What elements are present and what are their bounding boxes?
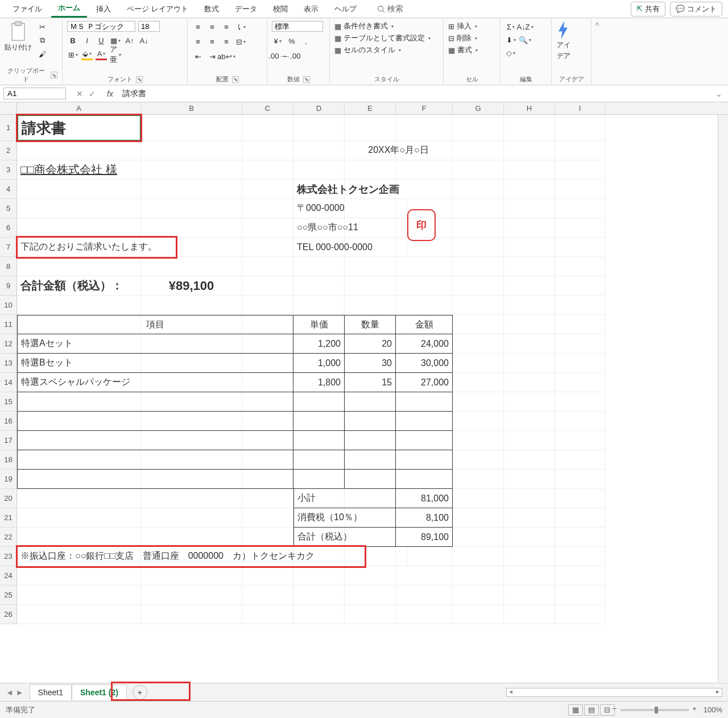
cell-C25[interactable]	[242, 586, 293, 605]
cell-I21[interactable]	[555, 508, 605, 528]
cell-F3[interactable]	[396, 160, 453, 180]
font-name-select[interactable]	[67, 21, 135, 32]
find-button[interactable]: 🔍	[519, 34, 531, 45]
item-price-15[interactable]	[293, 392, 345, 412]
cell-C22[interactable]	[242, 528, 293, 547]
formula-input[interactable]: 請求書	[118, 88, 710, 100]
cell-C2[interactable]	[242, 141, 293, 160]
increase-font-button[interactable]: A↑	[124, 35, 135, 46]
cell-G7[interactable]	[453, 238, 504, 257]
orientation[interactable]: ⤹	[235, 21, 246, 32]
format-painter-button[interactable]: 🖌	[36, 48, 48, 60]
cell-B25[interactable]	[141, 586, 242, 605]
clear-button[interactable]: ◇	[505, 47, 516, 59]
cell-C6[interactable]	[242, 218, 293, 238]
item-qty-15[interactable]	[345, 392, 396, 412]
align-right[interactable]: ≡	[221, 36, 232, 47]
item-qty-13[interactable]: 30	[345, 354, 396, 373]
cell-A2[interactable]	[17, 141, 141, 160]
item-price-19[interactable]	[293, 470, 345, 489]
cell-D8[interactable]	[293, 257, 345, 276]
fill-color-button[interactable]: ⬙	[81, 49, 93, 60]
cell-E26[interactable]	[345, 605, 396, 624]
cell-I14[interactable]	[555, 373, 605, 392]
cell-G10[interactable]	[453, 296, 504, 315]
cell-A22[interactable]	[17, 528, 141, 547]
cell-I6[interactable]	[555, 218, 605, 238]
item-amount-17[interactable]	[396, 431, 453, 450]
cell-H21[interactable]	[504, 508, 555, 528]
cell-C26[interactable]	[242, 605, 293, 624]
cell-G16[interactable]	[453, 412, 504, 431]
row-header-4[interactable]: 4	[0, 180, 16, 199]
merge-button[interactable]: ⊟	[235, 36, 246, 47]
cell-I25[interactable]	[555, 586, 605, 605]
cell-B10[interactable]	[141, 296, 242, 315]
cell-I17[interactable]	[555, 431, 605, 450]
cell-G19[interactable]	[453, 470, 504, 489]
col-header-G[interactable]: G	[453, 102, 504, 115]
cell-A25[interactable]	[17, 586, 141, 605]
cell-I13[interactable]	[555, 354, 605, 373]
increase-indent[interactable]: ⇥	[206, 51, 218, 62]
cell-H14[interactable]	[504, 373, 555, 392]
tab-file[interactable]: ファイル	[6, 1, 49, 17]
cell-H15[interactable]	[504, 392, 555, 412]
cell-G14[interactable]	[453, 373, 504, 392]
gtotal-label[interactable]: 合計（税込）	[293, 528, 396, 547]
item-price-16[interactable]	[293, 412, 345, 431]
cell-G23[interactable]	[453, 547, 504, 566]
cell-C8[interactable]	[242, 257, 293, 276]
invoice-title[interactable]: 請求書	[17, 115, 141, 141]
expand-formula-bar[interactable]: ⌄	[710, 89, 728, 98]
cell-H1[interactable]	[504, 115, 555, 141]
col-header-H[interactable]: H	[504, 102, 555, 115]
cell-H8[interactable]	[504, 257, 555, 276]
cell-A6[interactable]	[17, 218, 141, 238]
invoice-date[interactable]: 20XX年○月○日	[345, 141, 453, 160]
cell-F25[interactable]	[396, 586, 453, 605]
row-header-17[interactable]: 17	[0, 431, 16, 450]
cell-C9[interactable]	[242, 276, 293, 296]
search-box[interactable]: 検索	[377, 4, 403, 14]
align-left[interactable]: ≡	[192, 36, 204, 47]
cell-G4[interactable]	[453, 180, 504, 199]
cell-H12[interactable]	[504, 334, 555, 354]
cell-G25[interactable]	[453, 586, 504, 605]
company-name[interactable]: 株式会社トクセン企画	[293, 180, 453, 199]
cell-H2[interactable]	[504, 141, 555, 160]
company-postal[interactable]: 〒000-0000	[293, 199, 407, 218]
item-qty-18[interactable]	[345, 450, 396, 470]
decrease-indent[interactable]: ⇤	[192, 51, 204, 62]
cell-A21[interactable]	[17, 508, 141, 528]
col-header-A[interactable]: A	[17, 102, 141, 115]
cell-I10[interactable]	[555, 296, 605, 315]
tab-formula[interactable]: 数式	[197, 1, 226, 17]
item-name-16[interactable]	[17, 412, 293, 431]
row-header-21[interactable]: 21	[0, 508, 16, 528]
cell-E1[interactable]	[345, 115, 396, 141]
company-address[interactable]: ○○県○○市○○11	[293, 218, 407, 238]
cell-I2[interactable]	[555, 141, 605, 160]
tab-home[interactable]: ホーム	[51, 0, 87, 18]
cell-G2[interactable]	[453, 141, 504, 160]
cell-A8[interactable]	[17, 257, 141, 276]
item-name-19[interactable]	[17, 470, 293, 489]
cell-B6[interactable]	[141, 218, 242, 238]
cell-G17[interactable]	[453, 431, 504, 450]
cell-I8[interactable]	[555, 257, 605, 276]
item-price-18[interactable]	[293, 450, 345, 470]
add-sheet-button[interactable]: +	[133, 685, 147, 700]
row-header-15[interactable]: 15	[0, 392, 16, 412]
cell-E8[interactable]	[345, 257, 396, 276]
currency-button[interactable]: ¥	[272, 35, 283, 47]
align-middle[interactable]: ≡	[206, 21, 218, 32]
item-price-12[interactable]: 1,200	[293, 334, 345, 354]
cell-B20[interactable]	[141, 489, 242, 508]
cancel-formula-button[interactable]: ✕	[76, 89, 83, 98]
bold-button[interactable]: B	[67, 35, 78, 46]
row-header-26[interactable]: 26	[0, 605, 16, 624]
enter-formula-button[interactable]: ✓	[89, 89, 96, 98]
cell-G8[interactable]	[453, 257, 504, 276]
th-qty[interactable]: 数量	[345, 315, 396, 334]
